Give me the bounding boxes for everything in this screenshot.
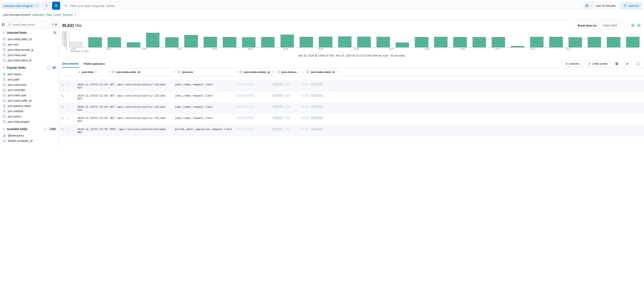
histogram-bar[interactable] — [88, 37, 102, 47]
field-item[interactable]: tdocker.container_id — [2, 138, 58, 143]
field-item[interactable]: #json.status — [2, 71, 58, 77]
field-item[interactable]: tjson.controller — [2, 87, 58, 93]
lens-edit-icon[interactable] — [630, 23, 635, 28]
expand-row-icon[interactable] — [61, 105, 64, 108]
date-picker[interactable]: Last 15 minutes — [584, 2, 619, 10]
histogram-bar[interactable] — [530, 37, 544, 47]
histogram-bar[interactable] — [549, 37, 563, 47]
filter-pill[interactable]: json.message.keyword: Application_Rate_L… — [2, 12, 78, 17]
col-env[interactable]: tjson.env — [177, 70, 238, 74]
col-user[interactable]: tjson.meta.u… — [277, 70, 305, 74]
histogram-bar[interactable] — [146, 33, 160, 47]
col-caller[interactable]: tjson.meta.caller_id — [112, 70, 176, 74]
table-row[interactable]: 2024-11-15T15:12:59.482 POST /api/:versi… — [59, 125, 644, 136]
refresh-button[interactable]: Refresh — [620, 2, 642, 10]
histogram-bar[interactable] — [453, 37, 467, 47]
histogram-bar[interactable] — [319, 36, 332, 47]
popular-fields-header[interactable]: Popular fields 10 — [2, 64, 58, 71]
tab-documents[interactable]: Documents — [62, 60, 79, 68]
field-search-input[interactable] — [12, 23, 46, 26]
kql-search[interactable] — [62, 2, 582, 10]
tab-field-statistics[interactable]: Field statistics — [84, 60, 105, 67]
row-checkbox[interactable] — [66, 128, 69, 131]
selected-fields-header[interactable]: Selected fields 5 — [2, 29, 58, 36]
histogram-bar[interactable] — [607, 37, 620, 47]
toggle-sidebar[interactable] — [2, 21, 5, 28]
table-row[interactable]: 2024-11-15T15:12:59.623 GET /api/:versio… — [59, 80, 644, 92]
expand-row-icon[interactable] — [61, 117, 64, 119]
field-item[interactable]: tjson.meta.client_id — [2, 58, 58, 63]
col-remote[interactable]: tjson.meta.remote_ip — [239, 70, 276, 74]
chevron-down-icon[interactable] — [301, 70, 304, 73]
field-item[interactable]: tjson.params.value — [2, 103, 58, 108]
kql-input[interactable] — [70, 4, 579, 7]
col-time[interactable]: json.time — [78, 70, 111, 74]
chevron-down-icon[interactable] — [337, 70, 340, 73]
histogram-bar[interactable] — [108, 37, 121, 47]
row-checkbox[interactable] — [66, 105, 69, 108]
datagrid-settings[interactable] — [624, 61, 630, 67]
row-checkbox[interactable] — [66, 83, 69, 86]
histogram-bar[interactable] — [376, 37, 390, 47]
dataview-selector[interactable]: pubsub-rails-inf-gprd-* — [2, 2, 41, 9]
histogram-bar[interactable] — [415, 37, 428, 47]
field-item[interactable]: ◷@timestamp — [2, 133, 58, 138]
display-options[interactable] — [614, 61, 620, 67]
table-row[interactable]: 2024-11-15T15:12:59.623 GET /api/:versio… — [59, 92, 644, 103]
sort-button[interactable]: 1 field sorted — [586, 61, 610, 67]
field-item[interactable]: tjson.meta.user — [2, 52, 58, 58]
field-item[interactable]: tjson.meta.caller_id — [2, 98, 58, 103]
field-item[interactable]: tjson.method — [2, 108, 58, 114]
field-search[interactable] — [6, 21, 48, 28]
histogram-bar[interactable] — [280, 34, 294, 47]
histogram-bar[interactable] — [396, 42, 409, 47]
histogram-bar[interactable] — [434, 37, 448, 47]
field-item[interactable]: tjson.meta.remote_ip — [2, 47, 58, 52]
chevron-down-icon[interactable] — [108, 70, 111, 73]
fullscreen-button[interactable] — [635, 61, 641, 67]
expand-row-icon[interactable] — [61, 94, 64, 97]
breakdown-select[interactable]: Select field — [601, 22, 623, 29]
histogram-bar[interactable] — [357, 36, 370, 47]
table-row[interactable]: 2024-11-15T15:12:59.616 GET /api/:versio… — [59, 103, 644, 114]
histogram-bar[interactable] — [588, 37, 601, 47]
histogram-bar[interactable] — [242, 37, 256, 47]
histogram-bar[interactable] — [472, 37, 486, 47]
histogram-bar[interactable] — [184, 35, 198, 47]
histogram-bar[interactable] — [492, 37, 505, 47]
field-item[interactable]: tjson.meta.user — [2, 93, 58, 98]
field-item[interactable]: tjson.username — [2, 82, 58, 87]
field-item[interactable]: tjson.action — [2, 114, 58, 119]
histogram-bar[interactable] — [511, 46, 524, 47]
chevron-down-icon[interactable] — [236, 70, 238, 73]
columns-button[interactable]: Columns — [563, 61, 582, 67]
field-type-filter[interactable]: 0 — [50, 21, 58, 28]
histogram-bar[interactable] — [204, 37, 217, 47]
expand-row-icon[interactable] — [61, 128, 64, 131]
field-item[interactable]: tjson.meta.caller_id — [2, 36, 58, 42]
add-filter-button[interactable] — [52, 2, 60, 10]
row-checkbox[interactable] — [66, 94, 69, 97]
histogram-bar[interactable] — [261, 37, 274, 47]
histogram-bar[interactable] — [69, 41, 82, 47]
remove-filter[interactable] — [74, 14, 77, 16]
filter-panel-toggle[interactable] — [42, 2, 50, 10]
chevron-down-icon[interactable] — [174, 70, 176, 73]
histogram-bar[interactable] — [165, 37, 178, 47]
row-checkbox[interactable] — [66, 116, 69, 120]
histogram[interactable]: 3,5003,0002,5002,0001,5001,0005000 14:58… — [59, 31, 644, 59]
histogram-bar[interactable] — [626, 37, 640, 47]
field-item[interactable]: tjson.meta.project — [2, 119, 58, 124]
chevron-down-icon[interactable] — [272, 70, 274, 73]
available-fields-header[interactable]: Available fields 1318 — [2, 125, 58, 132]
field-item[interactable]: tjson.env — [2, 42, 58, 47]
histogram-bar[interactable] — [300, 37, 313, 47]
expand-row-icon[interactable] — [61, 83, 64, 86]
histogram-bar[interactable] — [223, 37, 236, 47]
chart-settings-icon[interactable] — [637, 23, 641, 28]
field-item[interactable]: tjson.path — [2, 77, 58, 82]
table-row[interactable]: 2024-11-15T15:12:59.614 GET /api/:versio… — [59, 114, 644, 125]
histogram-bar[interactable] — [338, 36, 352, 47]
histogram-bar[interactable] — [127, 42, 140, 47]
breakdown-selector[interactable]: Break down by Select field — [576, 21, 628, 29]
